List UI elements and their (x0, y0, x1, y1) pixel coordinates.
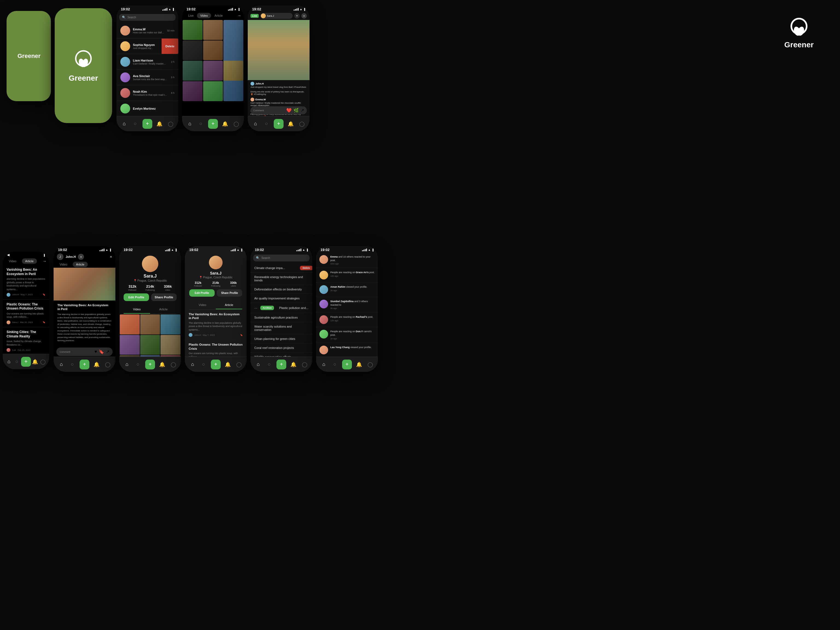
notification-item[interactable]: People are reacting on Grace An's post. … (316, 268, 378, 283)
search-result-item[interactable]: Deforestation effects on biodiversity (251, 285, 312, 294)
video-thumbnail[interactable] (183, 20, 203, 40)
message-item[interactable]: Ava Sinclair Sunset runs are the best wa… (117, 70, 178, 85)
tab-video[interactable]: Video (123, 305, 150, 314)
search-nav-icon[interactable]: ○ (263, 120, 270, 128)
search-result-item[interactable]: Urban planning for green cities (251, 335, 312, 343)
bookmark-icon[interactable]: 🔖 (43, 321, 46, 324)
message-item[interactable]: Noah Kim Throwback to that epic road t..… (117, 85, 178, 101)
search-nav-icon[interactable]: ○ (200, 361, 208, 368)
notification-item[interactable]: Aman Rahim viewed your profile. 2h ago (316, 283, 378, 297)
live-user-pill[interactable]: Sara.J (260, 13, 292, 19)
message-item[interactable]: Liam Harrison Can't believe I finally ma… (117, 54, 178, 70)
tab-video[interactable]: Video (56, 262, 71, 267)
video-thumbnail[interactable] (203, 20, 223, 40)
bell-nav-icon[interactable]: 🔔 (31, 358, 39, 366)
profile-nav-icon[interactable]: ◯ (366, 361, 374, 368)
photo-cell[interactable] (120, 314, 140, 335)
tab-article[interactable]: Article (216, 301, 242, 309)
profile-nav-icon[interactable]: ◯ (232, 120, 240, 128)
video-thumbnail[interactable] (203, 61, 223, 81)
video-thumbnail[interactable] (183, 81, 203, 101)
search-result-item[interactable]: Renewable energy technologies and trends (251, 273, 312, 285)
search-result-item[interactable]: Air quality improvement strategies (251, 294, 312, 303)
heart-reaction[interactable]: ❤️ (286, 108, 292, 113)
add-nav-button[interactable]: + (142, 119, 152, 129)
home-nav-icon[interactable]: ⌂ (189, 361, 196, 368)
photo-cell[interactable] (140, 335, 160, 355)
search-result-item[interactable]: Coral reef restoration projects (251, 343, 312, 352)
send-icon[interactable]: → (237, 13, 241, 18)
video-thumbnail[interactable] (183, 61, 203, 81)
bookmark-icon[interactable]: 🔖 (240, 334, 243, 336)
bookmark-reaction[interactable]: 🔖 (99, 349, 104, 354)
photo-cell[interactable] (161, 335, 180, 355)
search-nav-icon[interactable]: ○ (134, 361, 142, 368)
tab-video[interactable]: Video (189, 301, 216, 309)
bookmark-icon[interactable]: 🔖 (43, 294, 46, 296)
article-item[interactable]: Plastic Oceans: The Unseen Pollution Cri… (3, 300, 49, 327)
search-result-item[interactable]: Water scarcity solutions and conservatio… (251, 322, 312, 335)
tab-article[interactable]: Article (22, 258, 37, 264)
comment-input[interactable]: Comment ❤️ 🌿 ↗ (251, 106, 307, 114)
bell-nav-icon[interactable]: 🔔 (158, 361, 166, 368)
add-follow-button[interactable]: + (78, 254, 84, 260)
leaf-reaction[interactable]: 🌿 (294, 108, 299, 113)
close-article-button[interactable]: × (110, 254, 112, 259)
profile-nav-icon[interactable]: ◯ (104, 361, 112, 368)
message-item[interactable]: Sophia Nguyen Just dropped my... Delete (117, 39, 178, 54)
edit-profile-button[interactable]: Edit Profile (189, 289, 215, 297)
video-thumbnail[interactable] (183, 41, 203, 60)
tab-live[interactable]: Live (185, 13, 197, 18)
send-icon[interactable]: → (43, 259, 46, 263)
tab-article[interactable]: Article (73, 262, 88, 267)
search-nav-icon[interactable]: ○ (197, 120, 205, 128)
add-nav-button[interactable]: + (211, 360, 221, 369)
add-nav-button[interactable]: + (145, 360, 155, 369)
tab-video[interactable]: Video (5, 258, 20, 264)
add-nav-button[interactable]: + (342, 360, 352, 369)
notification-item[interactable]: People are reacting on Rachael's post. 1… (316, 313, 378, 327)
notification-item[interactable]: Siumbel Zagidullina and 3 others reacted… (316, 297, 378, 313)
tab-video[interactable]: Video (197, 13, 211, 18)
profile-nav-icon[interactable]: ◯ (169, 361, 177, 368)
home-nav-icon[interactable]: ⌂ (320, 361, 328, 368)
search-nav-icon[interactable]: ○ (331, 361, 339, 368)
photo-cell[interactable] (140, 314, 160, 335)
video-thumbnail[interactable] (223, 20, 243, 101)
share-profile-button[interactable]: Share Profile (151, 294, 177, 301)
share-reaction[interactable]: ↗ (300, 108, 304, 113)
search-nav-icon[interactable]: ○ (265, 361, 273, 368)
notification-item[interactable]: People are reacting on Don.Y carrot's po… (316, 327, 378, 343)
bell-nav-icon[interactable]: 🔔 (221, 120, 229, 128)
share-reaction[interactable]: ↗ (106, 349, 109, 354)
search-result-item[interactable]: Climate change impa... Delete (251, 264, 312, 273)
home-nav-icon[interactable]: ⌂ (120, 120, 128, 128)
home-nav-icon[interactable]: ⌂ (254, 361, 262, 368)
message-item[interactable]: Evelyn Martinez (117, 101, 178, 117)
search-bar[interactable]: 🔍 Search (253, 254, 309, 261)
bell-nav-icon[interactable]: 🔔 (156, 120, 163, 128)
home-nav-icon[interactable]: ⌂ (251, 120, 259, 128)
bell-nav-icon[interactable]: 🔔 (224, 361, 232, 368)
profile-nav-icon[interactable]: ◯ (298, 120, 306, 128)
home-nav-icon[interactable]: ⌂ (123, 361, 131, 368)
notification-item[interactable]: Lau Yong Chang viewed your profile. (316, 343, 378, 357)
home-nav-icon[interactable]: ⌂ (57, 361, 65, 368)
add-nav-button[interactable]: + (276, 360, 286, 369)
search-result-item[interactable]: --- Archive Plastic pollution and... (251, 303, 312, 313)
edit-profile-button[interactable]: Edit Profile (123, 294, 149, 301)
add-nav-button[interactable]: + (208, 119, 218, 129)
bell-nav-icon[interactable]: 🔔 (93, 361, 100, 368)
search-bar[interactable]: 🔍 Search (119, 14, 175, 21)
profile-nav-icon[interactable]: ◯ (235, 361, 243, 368)
search-nav-icon[interactable]: ○ (69, 361, 76, 368)
photo-cell[interactable] (120, 335, 140, 355)
archive-button[interactable]: Archive (260, 306, 274, 310)
share-profile-button[interactable]: Share Profile (217, 289, 242, 297)
add-nav-button[interactable]: + (21, 357, 31, 367)
profile-nav-icon[interactable]: ◯ (167, 120, 174, 128)
delete-button[interactable]: Delete (162, 39, 178, 54)
heart-reaction[interactable]: ♥ (95, 349, 97, 354)
search-nav-icon[interactable]: ○ (131, 120, 139, 128)
add-nav-button[interactable]: + (274, 119, 284, 129)
